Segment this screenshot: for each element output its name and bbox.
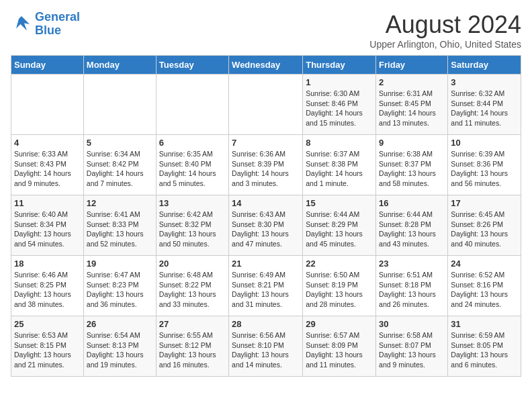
calendar-cell: 11Sunrise: 6:40 AM Sunset: 8:34 PM Dayli… [11,195,84,256]
calendar-week-row: 11Sunrise: 6:40 AM Sunset: 8:34 PM Dayli… [11,195,521,256]
day-number: 26 [87,319,153,329]
calendar-cell: 13Sunrise: 6:42 AM Sunset: 8:32 PM Dayli… [156,195,228,256]
calendar-cell: 29Sunrise: 6:57 AM Sunset: 8:09 PM Dayli… [303,316,376,377]
calendar-cell: 25Sunrise: 6:53 AM Sunset: 8:15 PM Dayli… [11,316,84,377]
month-title: August 2024 [369,11,521,39]
day-info: Sunrise: 6:43 AM Sunset: 8:30 PM Dayligh… [232,210,300,249]
calendar-cell: 19Sunrise: 6:47 AM Sunset: 8:23 PM Dayli… [83,256,156,316]
day-info: Sunrise: 6:49 AM Sunset: 8:21 PM Dayligh… [232,270,300,310]
calendar-cell: 5Sunrise: 6:34 AM Sunset: 8:42 PM Daylig… [83,135,156,195]
calendar-week-row: 25Sunrise: 6:53 AM Sunset: 8:15 PM Dayli… [11,316,521,377]
svg-marker-0 [16,16,30,31]
calendar-cell: 8Sunrise: 6:37 AM Sunset: 8:38 PM Daylig… [303,135,376,195]
day-number: 10 [451,138,518,148]
day-number: 29 [306,319,373,329]
day-number: 19 [87,259,153,269]
calendar-cell: 22Sunrise: 6:50 AM Sunset: 8:19 PM Dayli… [303,256,376,316]
day-number: 7 [232,138,300,148]
day-info: Sunrise: 6:31 AM Sunset: 8:45 PM Dayligh… [379,89,445,128]
calendar-cell: 10Sunrise: 6:39 AM Sunset: 8:36 PM Dayli… [448,135,521,195]
day-info: Sunrise: 6:44 AM Sunset: 8:28 PM Dayligh… [379,210,445,249]
calendar-cell: 16Sunrise: 6:44 AM Sunset: 8:28 PM Dayli… [376,195,448,256]
calendar-week-row: 18Sunrise: 6:46 AM Sunset: 8:25 PM Dayli… [11,256,521,316]
title-area: August 2024 Upper Arlington, Ohio, Unite… [369,11,521,50]
day-info: Sunrise: 6:37 AM Sunset: 8:38 PM Dayligh… [306,149,373,189]
day-number: 20 [159,259,226,269]
calendar-cell [83,75,156,135]
calendar-cell: 17Sunrise: 6:45 AM Sunset: 8:26 PM Dayli… [448,195,521,256]
day-number: 4 [14,138,81,148]
day-number: 17 [451,198,518,208]
day-number: 23 [379,259,445,269]
day-info: Sunrise: 6:42 AM Sunset: 8:32 PM Dayligh… [159,210,226,249]
day-number: 24 [451,259,518,269]
header: General Blue August 2024 Upper Arlington… [11,11,521,50]
calendar-cell: 4Sunrise: 6:33 AM Sunset: 8:43 PM Daylig… [11,135,84,195]
calendar-cell: 14Sunrise: 6:43 AM Sunset: 8:30 PM Dayli… [229,195,303,256]
day-number: 3 [451,77,518,87]
calendar-cell: 18Sunrise: 6:46 AM Sunset: 8:25 PM Dayli… [11,256,84,316]
calendar-cell: 1Sunrise: 6:30 AM Sunset: 8:46 PM Daylig… [303,75,376,135]
logo-line2: Blue [35,24,61,37]
calendar-cell [156,75,228,135]
logo: General Blue [11,11,80,38]
logo-line1: General [35,10,80,24]
calendar-cell: 9Sunrise: 6:38 AM Sunset: 8:37 PM Daylig… [376,135,448,195]
day-info: Sunrise: 6:52 AM Sunset: 8:16 PM Dayligh… [451,270,518,310]
calendar-cell: 28Sunrise: 6:56 AM Sunset: 8:10 PM Dayli… [229,316,303,377]
calendar-cell: 24Sunrise: 6:52 AM Sunset: 8:16 PM Dayli… [448,256,521,316]
day-number: 14 [232,198,300,208]
day-number: 13 [159,198,226,208]
day-info: Sunrise: 6:30 AM Sunset: 8:46 PM Dayligh… [306,89,373,128]
day-info: Sunrise: 6:59 AM Sunset: 8:05 PM Dayligh… [451,330,518,370]
day-info: Sunrise: 6:58 AM Sunset: 8:07 PM Dayligh… [379,330,445,370]
day-info: Sunrise: 6:51 AM Sunset: 8:18 PM Dayligh… [379,270,445,310]
calendar-cell: 31Sunrise: 6:59 AM Sunset: 8:05 PM Dayli… [448,316,521,377]
logo-text: General Blue [35,11,80,38]
calendar-header-row: SundayMondayTuesdayWednesdayThursdayFrid… [11,56,521,75]
day-info: Sunrise: 6:50 AM Sunset: 8:19 PM Dayligh… [306,270,373,310]
calendar-cell: 12Sunrise: 6:41 AM Sunset: 8:33 PM Dayli… [83,195,156,256]
day-number: 1 [306,77,373,87]
day-info: Sunrise: 6:34 AM Sunset: 8:42 PM Dayligh… [87,149,153,189]
calendar-cell [11,75,84,135]
calendar-cell: 6Sunrise: 6:35 AM Sunset: 8:40 PM Daylig… [156,135,228,195]
column-header-tuesday: Tuesday [156,56,228,75]
day-number: 22 [306,259,373,269]
day-info: Sunrise: 6:33 AM Sunset: 8:43 PM Dayligh… [14,149,81,189]
calendar-cell: 30Sunrise: 6:58 AM Sunset: 8:07 PM Dayli… [376,316,448,377]
day-info: Sunrise: 6:45 AM Sunset: 8:26 PM Dayligh… [451,210,518,249]
calendar-cell: 2Sunrise: 6:31 AM Sunset: 8:45 PM Daylig… [376,75,448,135]
column-header-wednesday: Wednesday [229,56,303,75]
day-info: Sunrise: 6:32 AM Sunset: 8:44 PM Dayligh… [451,89,518,128]
day-info: Sunrise: 6:41 AM Sunset: 8:33 PM Dayligh… [87,210,153,249]
day-info: Sunrise: 6:57 AM Sunset: 8:09 PM Dayligh… [306,330,373,370]
column-header-friday: Friday [376,56,448,75]
column-header-saturday: Saturday [448,56,521,75]
column-header-sunday: Sunday [11,56,84,75]
day-info: Sunrise: 6:38 AM Sunset: 8:37 PM Dayligh… [379,149,445,189]
day-number: 28 [232,319,300,329]
day-number: 30 [379,319,445,329]
logo-icon [11,13,32,35]
location: Upper Arlington, Ohio, United States [369,39,521,50]
column-header-monday: Monday [83,56,156,75]
day-info: Sunrise: 6:44 AM Sunset: 8:29 PM Dayligh… [306,210,373,249]
day-info: Sunrise: 6:39 AM Sunset: 8:36 PM Dayligh… [451,149,518,189]
day-info: Sunrise: 6:40 AM Sunset: 8:34 PM Dayligh… [14,210,81,249]
calendar-cell: 20Sunrise: 6:48 AM Sunset: 8:22 PM Dayli… [156,256,228,316]
calendar-table: SundayMondayTuesdayWednesdayThursdayFrid… [11,55,521,377]
day-number: 18 [14,259,81,269]
day-number: 25 [14,319,81,329]
day-info: Sunrise: 6:48 AM Sunset: 8:22 PM Dayligh… [159,270,226,310]
day-info: Sunrise: 6:53 AM Sunset: 8:15 PM Dayligh… [14,330,81,370]
day-number: 16 [379,198,445,208]
day-number: 12 [87,198,153,208]
day-number: 8 [306,138,373,148]
calendar-cell: 26Sunrise: 6:54 AM Sunset: 8:13 PM Dayli… [83,316,156,377]
day-number: 6 [159,138,226,148]
calendar-cell: 7Sunrise: 6:36 AM Sunset: 8:39 PM Daylig… [229,135,303,195]
day-number: 9 [379,138,445,148]
calendar-cell [229,75,303,135]
calendar-cell: 15Sunrise: 6:44 AM Sunset: 8:29 PM Dayli… [303,195,376,256]
